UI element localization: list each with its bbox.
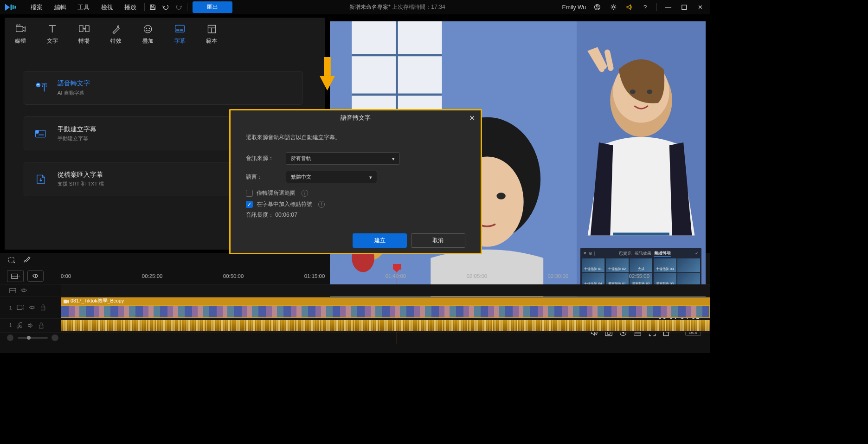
user-icon[interactable] [592,2,604,13]
lock-icon[interactable] [39,322,44,328]
add-track-button[interactable]: + [7,270,24,283]
chevron-down-icon: ▾ [369,174,372,180]
undo-icon[interactable] [160,2,172,13]
mute-icon[interactable] [27,322,34,328]
speech-to-text-dialog: 語音轉文字 ✕ 選取來源音軌和語言以自動建立字幕。 音訊來源： 所有音軌 ▾ 語… [229,109,482,254]
minimize-button[interactable]: — [662,2,674,13]
source-select[interactable]: 所有音軌 ▾ [286,152,399,165]
svg-rect-1 [13,5,13,9]
panel-none-icon[interactable]: ⊘ [589,251,592,256]
blade-tool-icon[interactable] [22,255,32,265]
range-only-label: 僅轉譯所選範圍 [257,189,296,197]
thumb-tab[interactable]: 忍賣充 [619,251,631,257]
user-name: Emily Wu [562,4,588,11]
maximize-button[interactable] [678,2,690,13]
lock-icon[interactable] [40,304,45,310]
tab-template[interactable]: 範本 [203,21,221,47]
preview-right-video: ✕ ⊘ | 忍賣充 視訊效果 無縫轉場 ✓ 十億估算 01 十億估算 02 完成 [577,21,706,303]
svg-point-9 [19,24,20,26]
thumb-tab[interactable]: 無縫轉場 [654,250,671,257]
svg-rect-6 [682,5,687,10]
language-select[interactable]: 繁體中文 ▾ [286,171,377,183]
visibility-icon[interactable] [20,288,27,293]
panel-close-icon[interactable]: ✕ [583,251,587,256]
create-button[interactable]: 建立 [353,233,407,247]
tab-overlay[interactable]: 疊加 [139,21,157,47]
help-icon[interactable]: ? [639,2,651,13]
svg-point-59 [23,290,25,292]
save-icon[interactable] [147,2,159,13]
tab-text[interactable]: 文字 [43,21,61,47]
top-menu-bar: 檔案 編輯 工具 檢視 播放 匯出 新增未命名專案* 上次存檔時間：17:34 … [0,0,710,14]
tab-effects[interactable]: 特效 [107,21,125,47]
transition-icon [78,23,90,35]
time-mark: 01:40:00 [386,273,467,279]
text-icon [46,23,58,35]
track-number: 1 [9,322,12,328]
gear-icon[interactable] [607,2,619,13]
card-speech-to-text[interactable]: 語音轉文字 AI 自動字幕 [24,71,302,105]
svg-rect-15 [175,26,185,32]
dialog-description: 選取來源音軌和語言以自動建立字幕。 [246,134,465,142]
menu-tools[interactable]: 工具 [72,1,95,13]
clip-label: 0817_Tiktok教學_Bcopy [71,298,124,304]
svg-point-12 [144,25,152,32]
svg-rect-64 [39,325,43,328]
menu-file[interactable]: 檔案 [26,1,48,13]
svg-point-21 [36,83,40,88]
svg-point-5 [612,6,614,8]
svg-rect-2 [15,6,16,9]
panel-tabs: 媒體 文字 轉場 特效 疊加 字幕 [5,18,325,48]
select-tool-icon[interactable] [7,255,18,265]
svg-rect-11 [85,26,89,32]
magnet-button[interactable] [27,270,44,282]
svg-rect-7 [16,26,23,31]
zoom-slider[interactable] [18,337,48,338]
card-subtitle: 手動建立字幕 [58,135,96,142]
svg-rect-18 [208,25,215,32]
range-only-checkbox[interactable] [246,190,253,197]
visibility-icon[interactable] [29,305,36,310]
time-ruler[interactable]: 0:00 00:25:00 00:50:00 01:15:00 01:40:00… [61,268,710,284]
info-icon[interactable]: i [318,201,325,208]
dialog-close-button[interactable]: ✕ [469,114,475,122]
track-number: 1 [9,305,12,310]
arrow-annotation [318,57,337,91]
export-button[interactable]: 匯出 [193,1,232,13]
app-logo[interactable] [4,2,17,13]
card-title: 語音轉文字 [58,79,90,88]
svg-rect-26 [324,57,331,76]
fx-track-icon [9,288,16,294]
menu-view[interactable]: 檢視 [96,1,118,13]
check-icon[interactable]: ✓ [695,251,699,256]
tab-transition[interactable]: 轉場 [75,21,93,47]
subtitle-icon [174,23,186,35]
zoom-in-button[interactable]: + [51,335,58,341]
svg-point-37 [496,193,505,199]
tab-subtitle[interactable]: 字幕 [171,21,189,47]
chevron-down-icon: ▾ [392,155,395,162]
close-button[interactable]: ✕ [694,2,706,13]
punctuation-checkbox[interactable]: ✓ [246,201,253,208]
svg-point-8 [16,24,18,26]
audio-length: 音訊長度： 00:06:07 [246,211,465,219]
svg-rect-60 [17,305,22,310]
punctuation-label: 在字幕中加入標點符號 [257,200,312,208]
card-subtitle: 支援 SRT 和 TXT 檔 [58,180,104,187]
menu-edit[interactable]: 編輯 [49,1,71,13]
tab-media[interactable]: 媒體 [12,21,30,47]
svg-point-61 [31,306,33,309]
audio-track-icon [17,322,23,329]
redo-icon[interactable] [173,2,185,13]
audio-clip[interactable] [61,320,710,332]
cancel-button[interactable]: 取消 [411,233,466,247]
time-mark: 00:25:00 [142,273,223,279]
menu-play[interactable]: 播放 [119,1,142,13]
video-clip[interactable]: 0817_Tiktok教學_Bcopy [61,297,710,313]
zoom-out-button[interactable]: − [7,335,14,341]
info-icon[interactable]: i [302,190,309,197]
svg-point-13 [146,27,147,28]
megaphone-icon[interactable] [623,2,635,13]
svg-rect-17 [180,30,183,31]
thumb-tab[interactable]: 視訊效果 [635,251,651,257]
